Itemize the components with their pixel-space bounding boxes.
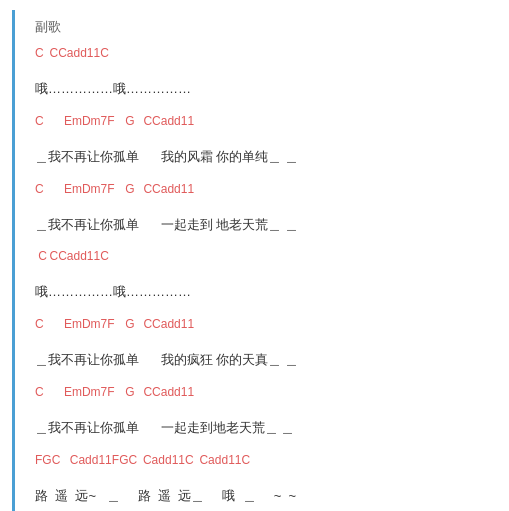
chord-cell: Dm7 <box>82 385 107 416</box>
chord-block-6: C Em Dm7 F G C <box>35 385 493 439</box>
section-title: 副歌 <box>35 18 493 36</box>
chord-cell: C <box>241 453 250 484</box>
chord-row-6: C Em Dm7 F G C <box>35 385 493 416</box>
chord-block-4: C C Cadd11 C 哦……………哦…………… <box>35 249 493 303</box>
chord-cell: C <box>35 385 64 416</box>
chord-cell: F <box>107 317 125 348</box>
lyrics-4: 哦……………哦…………… <box>35 282 493 303</box>
chord-block-2: C Em Dm7 F G C <box>35 114 493 168</box>
lyrics-1: 哦……………哦…………… <box>35 79 493 100</box>
chord-cell: G <box>125 114 143 145</box>
chord-cell: C <box>35 317 64 348</box>
chord-cell: C <box>143 114 152 145</box>
chord-cell: C <box>128 453 142 484</box>
chord-cell: C <box>35 46 49 77</box>
chord-cell: C <box>49 249 58 280</box>
chord-cell: G <box>125 385 143 416</box>
chord-cell: G <box>125 317 143 348</box>
chord-cell: Cadd11 <box>152 182 194 213</box>
chord-cell: C <box>143 317 152 348</box>
chord-cell: G <box>42 453 51 484</box>
chord-cell: Em <box>64 317 82 348</box>
chord-cell: C <box>35 114 64 145</box>
lyrics-2: ＿我不再让你孤单 我的风霜 你的单纯＿ ＿ <box>35 147 493 168</box>
chord-cell: Em <box>64 182 82 213</box>
chord-cell: Cadd11 <box>152 385 194 416</box>
chord-cell: Dm7 <box>82 317 107 348</box>
chord-block-7: F G C Cadd11 F G <box>35 453 493 507</box>
chord-cell: F <box>107 385 125 416</box>
chord-row-2: C Em Dm7 F G C <box>35 114 493 145</box>
chord-row-3: C Em Dm7 F G C <box>35 182 493 213</box>
chord-row-7: F G C Cadd11 F G <box>35 453 493 484</box>
chord-cell: Cadd11 <box>152 114 194 145</box>
chord-cell: C <box>35 182 64 213</box>
chord-cell: F <box>107 182 125 213</box>
chord-cell: C <box>35 249 49 280</box>
chord-row-5: C Em Dm7 F G C <box>35 317 493 348</box>
chord-cell: Cadd11 <box>58 46 100 77</box>
chord-cell: Dm7 <box>82 182 107 213</box>
chord-cell: C <box>143 182 152 213</box>
chord-cell: Cadd11 <box>58 249 100 280</box>
chord-cell: C <box>185 453 199 484</box>
chord-cell: C <box>100 249 109 280</box>
chord-row-4: C C Cadd11 C <box>35 249 493 280</box>
lyrics-3: ＿我不再让你孤单 一起走到 地老天荒＿ ＿ <box>35 215 493 236</box>
lyrics-6: ＿我不再让你孤单 一起走到地老天荒＿ ＿ <box>35 418 493 439</box>
chord-cell: C <box>52 453 70 484</box>
chord-cell: F <box>107 114 125 145</box>
chord-cell: G <box>125 182 143 213</box>
chord-cell: Cadd11 <box>143 453 185 484</box>
chord-row-1: C C Cadd11 C <box>35 46 493 77</box>
lyrics-7: 路 遥 远~ ＿ 路 遥 远＿ 哦 ＿ ~ ~ <box>35 486 493 507</box>
chord-cell: Dm7 <box>82 114 107 145</box>
lyrics-5: ＿我不再让你孤单 我的疯狂 你的天真＿ ＿ <box>35 350 493 371</box>
chord-cell: Cadd11 <box>152 317 194 348</box>
chord-cell: G <box>119 453 128 484</box>
chord-cell: Cadd11 <box>70 453 112 484</box>
chord-cell: C <box>49 46 58 77</box>
chord-block-3: C Em Dm7 F G C <box>35 182 493 236</box>
chord-cell: Cadd11 <box>199 453 241 484</box>
chord-cell: Em <box>64 385 82 416</box>
chord-block-5: C Em Dm7 F G C <box>35 317 493 371</box>
chord-cell: F <box>112 453 119 484</box>
chord-cell: C <box>100 46 109 77</box>
chord-cell: Em <box>64 114 82 145</box>
chord-block-1: C C Cadd11 C 哦……………哦…………… <box>35 46 493 100</box>
chord-cell: C <box>143 385 152 416</box>
song-section: 副歌 C C Cadd11 C 哦……………哦…………… <box>12 10 509 511</box>
chord-cell: F <box>35 453 42 484</box>
